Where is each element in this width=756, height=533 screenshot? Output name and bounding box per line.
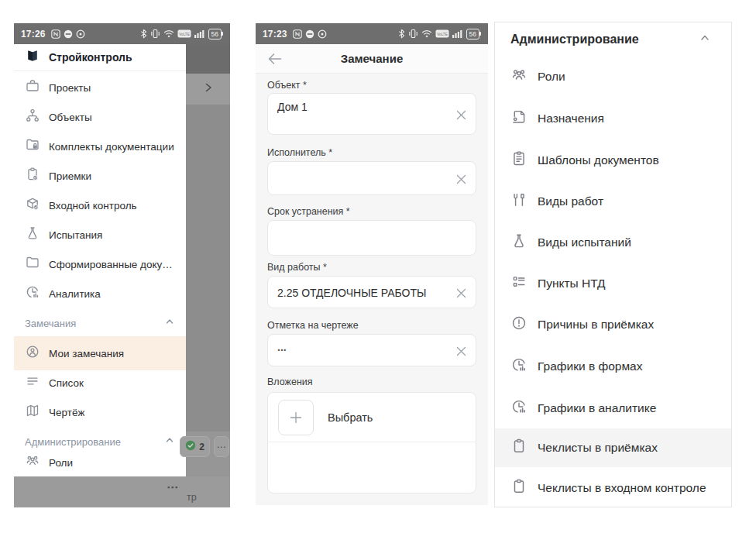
map-icon <box>25 403 40 421</box>
field-label-object: Объект * <box>267 80 307 91</box>
bluetooth-icon <box>140 29 147 39</box>
do-not-disturb-icon <box>305 29 314 39</box>
sidebar-item-generated-docs[interactable]: Сформированные докуме… <box>14 249 186 279</box>
section-notes[interactable]: Замечания <box>14 308 186 338</box>
field-label-mark-on-drawing: Отметка на чертеже <box>267 320 359 331</box>
analytics-icon <box>25 284 40 303</box>
admin-item-ntd-points[interactable]: Пункты НТД <box>495 263 731 304</box>
sidebar-item-list[interactable]: Список <box>14 368 186 397</box>
admin-item-checklists-incoming[interactable]: Чеклисты в входном контроле <box>495 467 731 507</box>
clipboard-check-icon <box>25 167 40 185</box>
app-logo-icon <box>25 48 40 67</box>
page: 17:26 VoLTE 56 Стройконтроль Прое <box>0 0 756 533</box>
more-dots: ⋯ <box>167 480 179 494</box>
people-icon <box>25 453 40 472</box>
ring-icon <box>76 29 85 39</box>
ring-icon <box>318 29 327 39</box>
left-screenshot: 17:26 VoLTE 56 Стройконтроль Прое <box>14 23 230 507</box>
field-label-executor: Исполнитель * <box>267 147 332 158</box>
background-content-strip: ⋯ тр <box>14 476 230 507</box>
chevron-right-icon <box>202 81 215 97</box>
nfc-icon <box>293 29 302 39</box>
dimmed-chips-row: 2 ⋯ <box>186 432 230 476</box>
tools-icon <box>510 191 527 211</box>
flask-icon <box>510 232 527 253</box>
admin-item-work-types[interactable]: Виды работ <box>495 181 731 222</box>
checklist-squares-icon <box>510 273 527 294</box>
wifi-icon <box>163 29 174 38</box>
sidebar-item-drawing[interactable]: Чертёж <box>14 397 186 427</box>
signal-icon <box>194 29 205 38</box>
dimmed-header-band <box>186 44 230 74</box>
nfc-icon <box>51 29 60 39</box>
briefcase-icon <box>25 78 40 97</box>
admin-item-roles[interactable]: Роли <box>495 56 731 98</box>
admin-item-doc-templates[interactable]: Шаблоны документов <box>495 139 731 181</box>
clear-icon[interactable] <box>455 346 467 357</box>
admin-item-charts-in-analytics[interactable]: Графики в аналитике <box>495 387 731 429</box>
object-field[interactable]: Дом 1 <box>267 93 476 135</box>
vibrate-icon <box>150 29 160 39</box>
sidebar-item-incoming-control[interactable]: Входной контроль <box>14 191 186 220</box>
do-not-disturb-icon <box>64 29 73 39</box>
sidebar-item-projects[interactable]: Проекты <box>14 73 186 102</box>
clear-icon[interactable] <box>455 109 467 121</box>
right-screenshot: Администрирование Роли Назначения Шаблон… <box>494 22 732 507</box>
chevron-up-icon <box>699 32 711 47</box>
deadline-field[interactable] <box>267 220 476 256</box>
middle-status-bar: 17:23 VoLTE 56 <box>256 23 488 44</box>
admin-item-acceptance-reasons[interactable]: Причины в приёмках <box>495 304 731 346</box>
app-title: Стройконтроль <box>49 51 132 64</box>
sidebar-item-objects[interactable]: Объекты <box>14 102 186 132</box>
sidebar-item-doc-sets[interactable]: Комплекты документации <box>14 132 186 161</box>
exclamation-circle-icon <box>510 315 527 335</box>
bluetooth-icon <box>398 29 405 39</box>
check-circle-icon <box>185 440 196 454</box>
dimmed-card-row <box>186 74 230 105</box>
chevron-up-icon <box>164 435 175 449</box>
admin-item-checklists-acceptances[interactable]: Чеклисты в приёмках <box>495 427 731 469</box>
field-label-work-type: Вид работы * <box>267 262 327 273</box>
hierarchy-icon <box>25 108 40 126</box>
volte-icon: VoLTE <box>177 29 191 38</box>
assignment-stamp-icon <box>510 108 527 129</box>
vibrate-icon <box>408 29 418 39</box>
clear-icon[interactable] <box>455 174 467 185</box>
sidebar-item-tests[interactable]: Испытания <box>14 220 186 249</box>
nav-drawer: Стройконтроль Проекты Объекты Комплекты … <box>14 44 186 476</box>
sidebar-item-roles[interactable]: Роли <box>14 448 186 476</box>
choose-button-label: Выбрать <box>328 411 373 424</box>
chevron-up-icon <box>164 316 175 330</box>
clipboard-icon <box>510 438 527 458</box>
sidebar-item-my-remarks[interactable]: Мои замечания <box>14 339 186 368</box>
svg-text:VoLTE: VoLTE <box>437 33 447 36</box>
admin-item-charts-in-forms[interactable]: Графики в формах <box>495 346 731 387</box>
field-label-deadline: Срок устранения * <box>267 206 350 217</box>
page-title: Замечание <box>256 52 488 65</box>
clipboard-icon <box>510 478 527 498</box>
add-attachment-button[interactable] <box>278 400 314 435</box>
sidebar-item-acceptances[interactable]: Приемки <box>14 161 186 191</box>
battery-icon: 56 <box>208 29 222 40</box>
work-type-field[interactable]: 2.25 ОТДЕЛОЧНЫЕ РАБОТЫ <box>267 276 476 308</box>
attachment-choose-row[interactable]: Выбрать <box>268 393 476 442</box>
middle-screenshot: 17:23 VoLTE 56 Замечание Объект * Дом 1 <box>256 23 488 505</box>
box-check-icon <box>25 196 40 215</box>
clear-icon[interactable] <box>455 287 467 299</box>
sidebar-item-analytics[interactable]: Аналитика <box>14 279 186 308</box>
analytics-icon <box>510 398 527 418</box>
battery-icon: 56 <box>466 29 479 40</box>
dimmed-count-chip: 2 <box>180 436 210 457</box>
attachments-card: Выбрать <box>267 392 476 493</box>
executor-field[interactable] <box>267 161 476 195</box>
document-template-icon <box>510 150 527 170</box>
folder-lock-icon <box>25 137 40 156</box>
admin-section-header[interactable]: Администрирование <box>495 22 731 57</box>
back-arrow-icon[interactable] <box>266 51 284 67</box>
admin-item-assignments[interactable]: Назначения <box>495 98 731 139</box>
status-time: 17:26 <box>21 29 46 40</box>
mark-value: ... <box>277 341 287 353</box>
user-badge-icon <box>25 344 40 363</box>
admin-item-test-types[interactable]: Виды испытаний <box>495 222 731 263</box>
mark-on-drawing-field[interactable]: ... <box>267 334 476 366</box>
